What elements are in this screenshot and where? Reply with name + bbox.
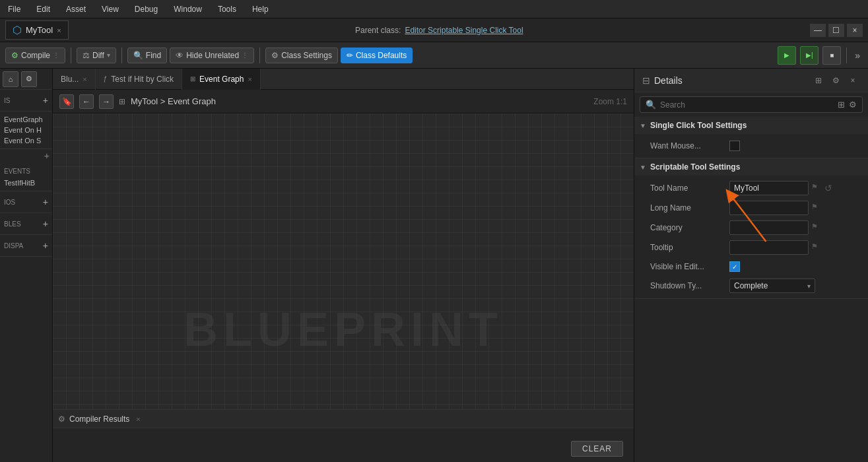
hide-unrelated-button[interactable]: 👁 Hide Unrelated ⋮ [170, 48, 254, 63]
dispa-add-icon[interactable]: + [43, 240, 48, 251]
sidebar-event-graph[interactable]: EventGraph [4, 114, 48, 125]
sidebar-dispa-header: DISPA + [4, 238, 48, 253]
scriptable-section-header[interactable]: ▼ Scriptable Tool Settings [634, 158, 868, 176]
sidebar-home-btn[interactable]: ⌂ [3, 71, 18, 87]
more-options-button[interactable]: » [852, 49, 863, 62]
sidebar-bles-header: BLES + [4, 216, 48, 232]
menu-item-window[interactable]: Window [171, 3, 205, 15]
sidebar-event-on-h[interactable]: Event On H [4, 125, 48, 135]
tooltip-row: Tooltip ⚑ [634, 238, 868, 257]
class-defaults-label: Class Defaults [356, 51, 407, 60]
toolbar: ⚙ Compile ⋮ ⚖ Diff ▾ 🔍 Find 👁 Hide Unrel… [0, 42, 868, 69]
details-icon: ⊟ [642, 75, 650, 86]
details-title-label: Details [654, 75, 683, 86]
sidebar-event-on-s[interactable]: Event On S [4, 135, 48, 146]
maximize-button[interactable]: ☐ [828, 24, 844, 37]
tab-blu[interactable]: Blu... × [53, 69, 96, 90]
search-input[interactable] [660, 100, 834, 110]
tooltip-flag-icon: ⚑ [811, 242, 822, 253]
details-grid-btn[interactable]: ⊞ [811, 73, 826, 88]
tooltip-input[interactable] [729, 240, 809, 255]
long-name-flag-icon: ⚑ [811, 203, 822, 213]
details-controls: ⊞ ⚙ × [811, 73, 860, 88]
toolbar-divider-3 [259, 48, 260, 63]
menu-item-view[interactable]: View [99, 3, 121, 15]
visible-in-edit-row: Visible in Edit... ✓ [634, 257, 868, 276]
stop-button[interactable]: ■ [822, 46, 841, 65]
zoom-label: Zoom 1:1 [593, 97, 627, 106]
visible-in-edit-checkbox[interactable]: ✓ [729, 261, 740, 272]
is-add-icon[interactable]: + [43, 95, 48, 106]
sidebar-expand-btn[interactable]: + [0, 149, 52, 162]
parent-class: Parent class: Editor Scriptable Single C… [355, 26, 523, 35]
tab-area: Blu... × ƒ Test if Hit by Click ⊞ Event … [53, 69, 634, 462]
hide-icon: 👁 [176, 51, 184, 60]
main-layout: ⌂ ⚙ IS + EventGraph Event On H Event On … [0, 69, 868, 462]
category-input[interactable] [729, 220, 809, 235]
tool-name-input[interactable] [729, 181, 809, 195]
toolbar-divider-2 [121, 48, 122, 63]
play-icon-btn[interactable]: ▶ [778, 46, 796, 65]
toolbar-divider-1 [71, 48, 71, 63]
tab-event-graph[interactable]: ⊞ Event Graph × [182, 69, 261, 90]
settings-icon: ⚙ [271, 51, 279, 60]
blueprint-canvas[interactable]: BLUEPRINT [53, 114, 634, 409]
compile-label: Compile [21, 51, 50, 60]
compiler-tab-label[interactable]: Compiler Results [69, 414, 129, 424]
shutdown-type-dropdown[interactable]: Complete ▾ [729, 279, 815, 293]
tool-name-row: Tool Name ⚑ ↺ [634, 178, 868, 198]
details-title: ⊟ Details [642, 75, 683, 86]
forward-btn[interactable]: → [99, 94, 114, 109]
compiler-close-icon[interactable]: × [136, 415, 140, 423]
long-name-row: Long Name ⚑ [634, 198, 868, 218]
menu-item-asset[interactable]: Asset [63, 3, 88, 15]
back-btn[interactable]: ← [79, 94, 94, 109]
shutdown-type-label: Shutdown Ty... [650, 281, 729, 290]
minimize-button[interactable]: — [810, 24, 826, 37]
ios-add-icon[interactable]: + [43, 197, 48, 207]
want-mouse-row: Want Mouse... [634, 137, 868, 155]
visible-in-edit-label: Visible in Edit... [650, 262, 729, 271]
breadcrumb-icon: ⊞ [119, 97, 125, 106]
details-close-btn[interactable]: × [846, 73, 860, 88]
tab-event-graph-close-icon[interactable]: × [248, 75, 251, 83]
class-settings-button[interactable]: ⚙ Class Settings [265, 48, 338, 63]
clear-button[interactable]: CLEAR [571, 441, 623, 457]
menu-item-edit[interactable]: Edit [34, 3, 53, 15]
title-close-icon[interactable]: × [57, 26, 61, 34]
scriptable-section-title: Scriptable Tool Settings [650, 162, 740, 172]
tab-event-graph-label: Event Graph [199, 75, 244, 84]
class-defaults-button[interactable]: ✏ Class Defaults [341, 48, 413, 63]
category-flag-icon: ⚑ [811, 222, 822, 233]
find-button[interactable]: 🔍 Find [127, 48, 167, 63]
search-gear-icon[interactable]: ⚙ [849, 100, 857, 110]
sidebar-ios-header: IOS + [4, 194, 48, 210]
single-click-section-header[interactable]: ▼ Single Click Tool Settings [634, 117, 868, 134]
tab-test[interactable]: ƒ Test if Hit by Click [96, 69, 182, 90]
diff-button[interactable]: ⚖ Diff ▾ [77, 48, 116, 63]
title-tab[interactable]: ⬡ MyTool × [5, 20, 69, 40]
details-settings-btn[interactable]: ⚙ [828, 73, 843, 88]
compiler-tab-row: ⚙ Compiler Results × [53, 410, 634, 428]
sidebar-test-item[interactable]: TestIfHitB [4, 178, 48, 188]
menu-item-tools[interactable]: Tools [215, 3, 239, 15]
sidebar-gear-btn[interactable]: ⚙ [21, 71, 37, 87]
close-window-button[interactable]: × [847, 24, 863, 37]
category-row: Category ⚑ [634, 218, 868, 238]
tool-name-reset-icon[interactable]: ↺ [824, 183, 835, 193]
menu-item-file[interactable]: File [5, 3, 23, 15]
step-play-btn[interactable]: ▶| [800, 46, 818, 65]
is-label: IS [4, 97, 10, 104]
sidebar-events-section: Events TestIfHitB [0, 162, 52, 191]
menu-item-debug[interactable]: Debug [132, 3, 160, 15]
compile-button[interactable]: ⚙ Compile ⋮ [5, 48, 65, 63]
long-name-input[interactable] [729, 201, 809, 215]
tab-blu-close-icon[interactable]: × [83, 75, 86, 83]
want-mouse-checkbox[interactable] [729, 141, 740, 151]
search-grid-icon[interactable]: ⊞ [838, 100, 845, 110]
menu-item-help[interactable]: Help [250, 3, 271, 15]
parent-class-link[interactable]: Editor Scriptable Single Click Tool [405, 26, 523, 35]
bookmark-btn[interactable]: 🔖 [59, 94, 74, 109]
bles-add-icon[interactable]: + [43, 218, 48, 229]
window-controls: — ☐ × [810, 24, 863, 37]
